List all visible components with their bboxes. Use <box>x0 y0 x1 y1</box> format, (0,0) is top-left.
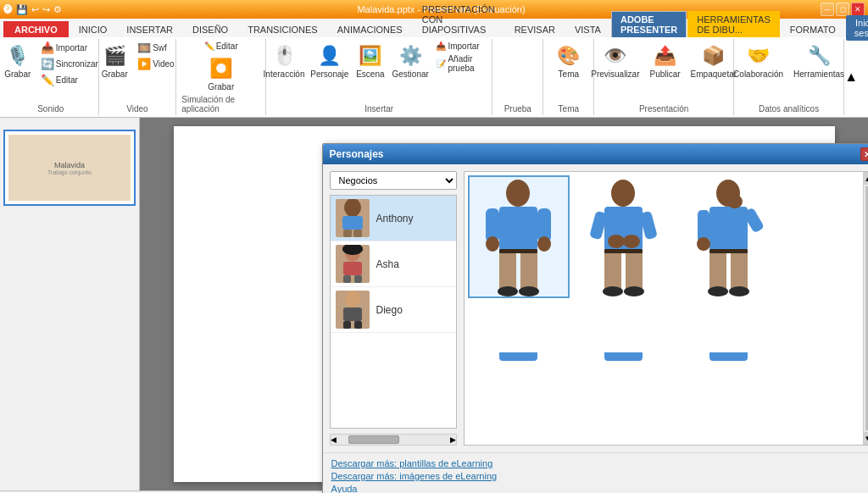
svg-point-18 <box>537 236 551 252</box>
close-button[interactable]: ✕ <box>851 3 865 16</box>
editar-sonido-label: Editar <box>56 75 78 85</box>
list-hscrollbar[interactable]: ◀ ▶ <box>330 434 457 446</box>
dialog-footer: Descargar más: plantillas de eLearning D… <box>323 452 869 493</box>
poses-panel: ▲ ▼ <box>464 171 869 446</box>
pose-item-5[interactable] <box>573 351 675 393</box>
quick-access-redo[interactable]: ↪ <box>42 4 50 15</box>
svg-rect-3 <box>353 230 362 237</box>
ribbon-group-video: 🎬 Grabar 🎞️ Swf ▶️ Video Video <box>99 39 177 115</box>
publicar-button[interactable]: 📤 Publicar <box>646 41 683 80</box>
svg-rect-36 <box>709 207 748 251</box>
link-plantillas[interactable]: Descargar más: plantillas de eLearning <box>331 458 869 468</box>
tab-vista[interactable]: VISTA <box>565 21 610 37</box>
ribbon-tabs: ARCHIVO INICIO INSERTAR DISEÑO TRANSICIO… <box>0 19 868 37</box>
quick-access-save[interactable]: 💾 <box>16 4 28 15</box>
dialog-close-button[interactable]: ✕ <box>860 147 869 161</box>
grabar-video-button[interactable]: 🎬 Grabar <box>97 41 131 80</box>
svg-point-17 <box>486 236 499 252</box>
slide-thumbnail[interactable]: Malavida Trabajo conjunto <box>3 130 136 206</box>
personaje-button[interactable]: 👤 Personaje <box>309 41 350 80</box>
link-imagenes[interactable]: Descargar más: imágenes de eLearning <box>331 471 869 481</box>
character-list[interactable]: Anthony <box>330 195 457 429</box>
interaccion-button[interactable]: 🖱️ Interacción <box>262 41 306 80</box>
swf-label: Swf <box>153 43 167 53</box>
collapse-ribbon-icon[interactable]: ▲ <box>844 69 858 85</box>
slide-title-text: Malavida <box>47 161 92 169</box>
presentacion-group-label: Presentación <box>639 102 688 114</box>
tab-archivo[interactable]: ARCHIVO <box>3 21 69 37</box>
tema-button[interactable]: 🎨 Tema <box>552 41 586 80</box>
video-sub-label: Video <box>153 59 174 69</box>
tab-inicio[interactable]: INICIO <box>70 21 117 37</box>
minimize-button[interactable]: ─ <box>821 3 834 16</box>
signin-button[interactable]: Iniciar sesión <box>846 15 868 41</box>
swf-button[interactable]: 🎞️ Swf <box>135 41 176 55</box>
pose-item-1[interactable] <box>468 175 570 298</box>
record-icon: ⏺️ <box>208 55 235 82</box>
dialog-left-panel: Negocios Casual Educación Médico <box>330 171 457 446</box>
slide-canvas[interactable]: Personajes ✕ Negocios Casual Educación M… <box>174 126 835 482</box>
grabar-video-label: Grabar <box>102 69 128 79</box>
svg-rect-42 <box>731 251 748 291</box>
pose-item-3[interactable] <box>678 175 780 298</box>
character-item-anthony[interactable]: Anthony <box>331 196 456 241</box>
tab-animaciones[interactable]: ANIMACIONES <box>328 21 412 37</box>
video-sub-buttons: 🎞️ Swf ▶️ Video <box>135 41 176 71</box>
character-item-asha[interactable]: Asha <box>331 241 456 287</box>
pose-item-6[interactable] <box>678 351 780 393</box>
poses-vscrollbar[interactable]: ▲ ▼ <box>863 172 869 445</box>
poses-grid <box>465 172 869 445</box>
hscroll-thumb[interactable] <box>348 435 399 444</box>
ribbon-group-prueba: Prueba <box>492 39 543 115</box>
sincronizar-button[interactable]: 🔄 Sincronizar <box>38 57 101 71</box>
tab-transiciones[interactable]: TRANSICIONES <box>238 21 327 37</box>
tab-herramientas[interactable]: HERRAMIENTAS DE DIBU... <box>687 11 780 37</box>
ribbon-group-simulacion: ✏️ Editar ⏺️ Grabar Simulación de aplica… <box>176 39 266 115</box>
slide-1-container: 1 Malavida Trabajo conjunto <box>3 130 136 206</box>
main-area: 1 Malavida Trabajo conjunto Personajes <box>0 118 868 490</box>
tab-diseno[interactable]: DISEÑO <box>183 21 237 37</box>
category-dropdown[interactable]: Negocios Casual Educación Médico <box>330 171 457 190</box>
editar-sonido-button[interactable]: ✏️ Editar <box>38 73 101 87</box>
quick-access-custom[interactable]: ⚙ <box>53 4 62 15</box>
title-bar-left: 🅟 💾 ↩ ↪ ⚙ <box>3 4 62 15</box>
svg-rect-1 <box>342 216 363 230</box>
simulacion-group-label: Simulación de aplicación <box>181 93 260 114</box>
ribbon: 🎙️ Grabar 📥 Importar 🔄 Sincronizar ✏️ Ed… <box>0 37 868 118</box>
pose-item-4[interactable] <box>468 351 570 393</box>
svg-point-13 <box>506 180 530 207</box>
grabar-sonido-button[interactable]: 🎙️ Grabar <box>1 41 35 80</box>
hscroll-left-icon[interactable]: ◀ <box>331 435 337 444</box>
swf-icon: 🎞️ <box>137 42 151 54</box>
grabar-sim-button[interactable]: ⏺️ Grabar <box>202 53 241 93</box>
tab-adobe-presenter[interactable]: ADOBE PRESENTER <box>611 11 687 37</box>
herramientas-grp-button[interactable]: 🔧 Herramientas <box>790 41 848 80</box>
character-icon: 👤 <box>316 42 343 69</box>
svg-point-22 <box>498 286 518 296</box>
restore-button[interactable]: ◻ <box>836 3 849 16</box>
importar-ins-button[interactable]: 📥 Importar <box>433 41 496 52</box>
ayuda-link[interactable]: Ayuda <box>331 484 869 493</box>
scroll-thumb[interactable] <box>865 186 869 430</box>
editar-sim-button[interactable]: ✏️ Editar <box>202 41 241 52</box>
scroll-up-button[interactable]: ▲ <box>864 173 869 185</box>
importar-sonido-label: Importar <box>56 43 87 53</box>
tab-insertar[interactable]: INSERTAR <box>117 21 182 37</box>
escena-button[interactable]: 🖼️ Escena <box>353 41 387 80</box>
scroll-down-button[interactable]: ▼ <box>864 432 869 444</box>
hscroll-right-icon[interactable]: ▶ <box>450 435 456 444</box>
tab-revisar[interactable]: REVISAR <box>505 21 565 37</box>
quick-access-undo[interactable]: ↩ <box>31 4 39 15</box>
pose-item-2[interactable] <box>573 175 675 298</box>
insertar-group-label: Insertar <box>364 102 393 114</box>
tab-formato[interactable]: FORMATO <box>781 21 845 37</box>
tab-presentacion[interactable]: PRESENTACIÓN CON DIAPOSITIVAS <box>413 1 504 37</box>
video-sub-button[interactable]: ▶️ Video <box>135 57 176 71</box>
character-item-diego[interactable]: Diego <box>331 287 456 333</box>
anadir-prueba-button[interactable]: 📝 Añadir prueba <box>433 53 496 74</box>
importar-sonido-button[interactable]: 📥 Importar <box>38 41 101 55</box>
gestionar-button[interactable]: ⚙️ Gestionar <box>391 41 431 80</box>
colaboracion-button[interactable]: 🤝 Colaboración <box>730 41 787 80</box>
anadir-prueba-label: Añadir prueba <box>448 54 493 73</box>
previsualizar-button[interactable]: 👁️ Previsualizar <box>587 41 643 80</box>
